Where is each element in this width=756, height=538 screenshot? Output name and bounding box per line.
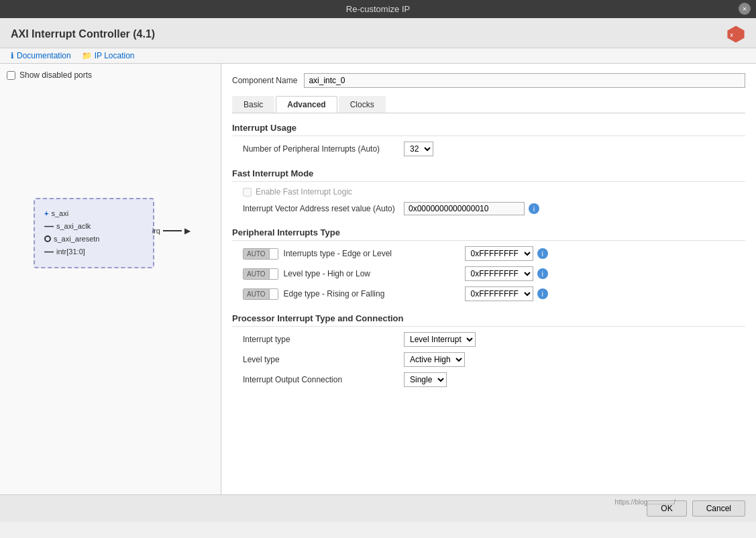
tabs: Basic Advanced Clocks	[232, 96, 745, 113]
ip-location-link[interactable]: 📁 IP Location	[82, 51, 135, 60]
folder-icon: 📁	[82, 51, 92, 60]
fast-interrupt-title: Fast Interrupt Mode	[232, 168, 745, 182]
peripheral-interrupts-select[interactable]: 32 16 8	[404, 142, 433, 156]
title-bar: Re-customize IP ×	[0, 0, 756, 18]
enable-fast-interrupt-label: Enable Fast Interrupt Logic	[256, 187, 352, 197]
interrupt-type-select[interactable]: Level Interrupt Edge Interrupt	[404, 332, 476, 347]
right-panel: Component Name axi_intc_0 Basic Advanced…	[221, 64, 756, 494]
component-box: + s_axi — s_axi_aclk s_axi_aresetn — int…	[34, 198, 154, 268]
peripheral-interrupts-type-title: Peripheral Interrupts Type	[232, 227, 745, 241]
interrupt-type-row: Interrupt type Level Interrupt Edge Inte…	[232, 332, 745, 347]
interrupt-type-label: Interrupt type	[243, 335, 404, 344]
level-type-row: AUTO Level type - High or Low 0xFFFFFFFF…	[232, 266, 745, 281]
edge-type-auto-value	[270, 289, 278, 299]
interrupt-vector-row: Interrupt Vector Address reset value (Au…	[232, 202, 745, 215]
tab-basic[interactable]: Basic	[232, 96, 274, 113]
level-type-proc-select[interactable]: Active High Active Low	[404, 352, 465, 367]
tab-clocks[interactable]: Clocks	[339, 96, 386, 113]
peripheral-interrupts-row: Number of Peripheral Interrupts (Auto) 3…	[232, 142, 745, 156]
level-type-proc-label: Level type	[243, 355, 404, 364]
close-button[interactable]: ×	[739, 3, 751, 15]
left-panel: Show disabled ports + s_axi — s_axi_aclk…	[0, 64, 221, 494]
processor-interrupt-title: Processor Interrupt Type and Connection	[232, 313, 745, 327]
component-diagram: + s_axi — s_axi_aclk s_axi_aresetn — int…	[34, 198, 168, 268]
port-intr-icon: —	[44, 246, 54, 257]
enable-fast-interrupt-row: Enable Fast Interrupt Logic	[232, 187, 745, 197]
interrupt-usage-section: Interrupt Usage Number of Peripheral Int…	[232, 123, 745, 156]
title-bar-text: Re-customize IP	[346, 4, 410, 14]
level-type-select[interactable]: 0xFFFFFFFF	[465, 266, 533, 281]
cancel-button[interactable]: Cancel	[692, 500, 745, 517]
interrupt-usage-title: Interrupt Usage	[232, 123, 745, 136]
port-plus-icon: +	[44, 209, 48, 217]
port-intr: — intr[31:0]	[44, 246, 144, 257]
nav-bar: ℹ Documentation 📁 IP Location	[0, 48, 756, 64]
bottom-bar: https://blog............../ OK Cancel	[0, 494, 756, 522]
header: AXI Interrupt Controller (4.1) X	[0, 18, 756, 48]
irq-arrow-icon: ▶	[184, 226, 191, 235]
port-minus-icon: —	[44, 221, 54, 231]
interrupt-output-label: Interrupt Output Connection	[243, 375, 404, 384]
peripheral-interrupts-label: Number of Peripheral Interrupts (Auto)	[243, 144, 404, 154]
show-disabled-checkbox[interactable]	[7, 71, 15, 80]
port-s-axi: + s_axi	[44, 209, 144, 217]
level-type-label: Level type - High or Low	[284, 269, 465, 278]
port-circle-icon	[44, 235, 51, 242]
processor-interrupt-section: Processor Interrupt Type and Connection …	[232, 313, 745, 387]
level-type-auto-value	[270, 269, 278, 279]
fast-interrupt-section: Fast Interrupt Mode Enable Fast Interrup…	[232, 168, 745, 215]
enable-fast-interrupt-checkbox[interactable]	[243, 188, 252, 197]
watermark-text: https://blog............../	[614, 498, 676, 506]
interrupt-vector-input[interactable]: 0x0000000000000010	[404, 202, 525, 215]
interrupt-output-row: Interrupt Output Connection Single Bus	[232, 372, 745, 387]
interrupt-vector-value: 0x0000000000000010 i	[404, 202, 539, 215]
irq-port: irq ▶	[152, 226, 191, 235]
doc-icon: ℹ	[11, 51, 14, 60]
interrupt-vector-info-icon[interactable]: i	[529, 203, 539, 214]
component-name-row: Component Name axi_intc_0	[232, 73, 745, 88]
component-name-label: Component Name	[232, 76, 297, 85]
interrupts-type-select[interactable]: 0xFFFFFFFF	[465, 246, 533, 261]
tab-advanced[interactable]: Advanced	[276, 96, 337, 113]
app-title: AXI Interrupt Controller (4.1)	[11, 28, 155, 40]
interrupts-type-label: Interrupts type - Edge or Level	[284, 249, 465, 258]
component-name-input[interactable]: axi_intc_0	[304, 73, 745, 88]
interrupts-type-auto-value	[270, 249, 278, 259]
port-s-axi-aresetn: s_axi_aresetn	[44, 235, 144, 243]
peripheral-interrupts-type-section: Peripheral Interrupts Type AUTO Interrup…	[232, 227, 745, 301]
interrupts-type-row: AUTO Interrupts type - Edge or Level 0xF…	[232, 246, 745, 261]
main-layout: Show disabled ports + s_axi — s_axi_aclk…	[0, 64, 756, 494]
port-s-axi-aclk: — s_axi_aclk	[44, 221, 144, 231]
edge-type-info-icon[interactable]: i	[537, 288, 548, 299]
level-type-info-icon[interactable]: i	[537, 268, 548, 279]
edge-type-select[interactable]: 0xFFFFFFFF	[465, 286, 533, 301]
edge-type-auto-label: AUTO	[244, 289, 270, 299]
interrupts-type-auto-label: AUTO	[244, 249, 270, 259]
peripheral-interrupts-value: 32 16 8	[404, 142, 433, 156]
edge-type-row: AUTO Edge type - Rising or Falling 0xFFF…	[232, 286, 745, 301]
edge-type-auto-group: AUTO	[243, 288, 278, 300]
documentation-link[interactable]: ℹ Documentation	[11, 51, 71, 60]
interrupts-type-auto-group: AUTO	[243, 248, 278, 260]
edge-type-label: Edge type - Rising or Falling	[284, 289, 465, 299]
show-disabled-label: Show disabled ports	[19, 70, 92, 80]
level-type-proc-row: Level type Active High Active Low	[232, 352, 745, 367]
interrupt-vector-label: Interrupt Vector Address reset value (Au…	[243, 204, 404, 213]
interrupt-output-select[interactable]: Single Bus	[404, 372, 447, 387]
xilinx-logo-icon: X	[726, 25, 745, 44]
interrupts-type-info-icon[interactable]: i	[537, 248, 548, 259]
level-type-auto-label: AUTO	[244, 269, 270, 279]
irq-line	[163, 230, 182, 231]
level-type-auto-group: AUTO	[243, 268, 278, 280]
show-disabled-row: Show disabled ports	[7, 70, 214, 80]
